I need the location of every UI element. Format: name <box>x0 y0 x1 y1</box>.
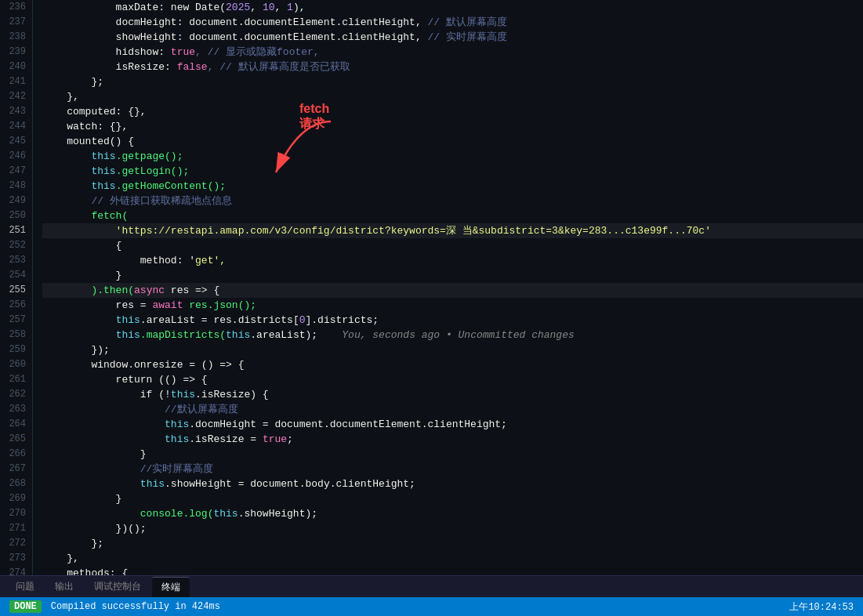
code-line: hidshow: true, // 显示或隐藏footer, <box>42 45 863 60</box>
line-number: 259 <box>6 342 26 357</box>
status-message: Compiled successfully in 424ms <box>51 601 220 612</box>
code-line: docmHeight: document.documentElement.cli… <box>42 15 863 30</box>
line-number: 236 <box>6 0 26 15</box>
line-number: 251 <box>6 223 26 238</box>
code-line: maxDate: new Date(2025, 10, 1), <box>42 0 863 15</box>
line-number: 260 <box>6 357 26 372</box>
line-number: 269 <box>6 491 26 506</box>
code-line: }; <box>42 536 863 551</box>
status-left: DONE Compiled successfully in 424ms <box>9 600 220 613</box>
line-number: 261 <box>6 372 26 387</box>
code-line: watch: {}, <box>42 119 863 134</box>
line-number: 245 <box>6 134 26 149</box>
line-number: 268 <box>6 476 26 491</box>
line-number: 240 <box>6 60 26 74</box>
line-number: 270 <box>6 506 26 521</box>
line-number: 256 <box>6 298 26 313</box>
code-line: console.log(this.showHeight); <box>42 506 863 521</box>
line-number: 265 <box>6 432 26 447</box>
line-number: 247 <box>6 164 26 179</box>
line-number: 271 <box>6 521 26 536</box>
code-line: //默认屏幕高度 <box>42 402 863 417</box>
code-line: method: 'get', <box>42 253 863 268</box>
code-line: computed: {}, <box>42 104 863 119</box>
code-line: } <box>42 268 863 283</box>
line-number: 250 <box>6 208 26 223</box>
code-line: this.showHeight = document.body.clientHe… <box>42 476 863 491</box>
bottom-tabs: 问题输出调试控制台终端 <box>0 575 863 597</box>
code-line: 'https://restapi.amap.com/v3/config/dist… <box>42 223 863 238</box>
code-line: this.getpage(); <box>42 149 863 164</box>
line-number: 253 <box>6 253 26 268</box>
line-number: 255 <box>6 283 26 298</box>
line-number: 267 <box>6 462 26 476</box>
line-number: 257 <box>6 313 26 328</box>
code-line: this.isResize = true; <box>42 432 863 447</box>
code-line: }, <box>42 89 863 104</box>
code-line: } <box>42 491 863 506</box>
line-number: 263 <box>6 402 26 417</box>
line-number: 264 <box>6 417 26 432</box>
code-line: }, <box>42 551 863 566</box>
tab-调试控制台[interactable]: 调试控制台 <box>85 577 150 596</box>
code-line: })(); <box>42 521 863 536</box>
editor-area: 2362372382392402412422432442452462472482… <box>0 0 863 575</box>
line-number: 272 <box>6 536 26 551</box>
line-number: 254 <box>6 268 26 283</box>
line-number: 246 <box>6 149 26 164</box>
code-line: //实时屏幕高度 <box>42 462 863 476</box>
code-content[interactable]: fetch请求 maxDate: new Date(2025, 10, 1), … <box>33 0 863 575</box>
line-number: 237 <box>6 15 26 30</box>
line-number: 244 <box>6 119 26 134</box>
status-time: 上午10:24:53 <box>789 600 854 614</box>
code-line: this.getLogin(); <box>42 164 863 179</box>
tab-问题[interactable]: 问题 <box>6 577 44 596</box>
line-numbers: 2362372382392402412422432442452462472482… <box>0 0 33 575</box>
code-line: return (() => { <box>42 372 863 387</box>
line-number: 252 <box>6 238 26 253</box>
code-line: this.mapDistricts(this.areaList); You, s… <box>42 328 863 342</box>
code-line: ).then(async res => { <box>42 283 863 298</box>
code-line: window.onresize = () => { <box>42 357 863 372</box>
code-line: showHeight: document.documentElement.cli… <box>42 30 863 45</box>
tab-终端[interactable]: 终端 <box>152 577 190 597</box>
code-line: } <box>42 447 863 462</box>
code-line: mounted() { <box>42 134 863 149</box>
line-number: 238 <box>6 30 26 45</box>
code-line: if (!this.isResize) { <box>42 387 863 402</box>
code-line: this.areaList = res.districts[0].distric… <box>42 313 863 328</box>
code-line: this.docmHeight = document.documentEleme… <box>42 417 863 432</box>
code-line: // 外链接口获取稀疏地点信息 <box>42 194 863 208</box>
code-line: }); <box>42 342 863 357</box>
line-number: 249 <box>6 194 26 208</box>
line-number: 274 <box>6 566 26 575</box>
code-line: res = await res.json(); <box>42 298 863 313</box>
line-number: 242 <box>6 89 26 104</box>
code-line: { <box>42 238 863 253</box>
line-number: 258 <box>6 328 26 342</box>
line-number: 241 <box>6 74 26 89</box>
line-number: 248 <box>6 179 26 194</box>
code-line: isResize: false, // 默认屏幕高度是否已获取 <box>42 60 863 74</box>
code-line: methods: { <box>42 566 863 575</box>
line-number: 239 <box>6 45 26 60</box>
line-number: 273 <box>6 551 26 566</box>
done-badge: DONE <box>9 600 42 613</box>
code-line: this.getHomeContent(); <box>42 179 863 194</box>
line-number: 262 <box>6 387 26 402</box>
line-number: 266 <box>6 447 26 462</box>
line-number: 243 <box>6 104 26 119</box>
code-line: }; <box>42 74 863 89</box>
tab-输出[interactable]: 输出 <box>45 577 83 596</box>
code-line: fetch( <box>42 208 863 223</box>
status-bar: DONE Compiled successfully in 424ms 上午10… <box>0 597 863 616</box>
